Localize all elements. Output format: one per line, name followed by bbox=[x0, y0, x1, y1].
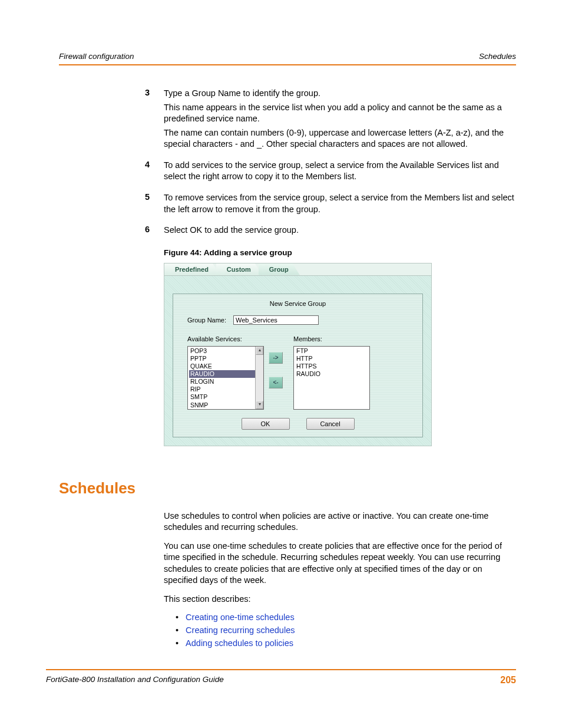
header-right: Schedules bbox=[479, 52, 516, 61]
figure-caption: Figure 44: Adding a service group bbox=[164, 248, 516, 257]
step-text: This name appears in the service list wh… bbox=[164, 102, 516, 125]
paragraph: This section describes: bbox=[164, 594, 516, 605]
list-item[interactable]: RAUDIO bbox=[295, 370, 368, 378]
step: 5 To remove services from the service gr… bbox=[141, 192, 516, 218]
scrollbar[interactable]: ▴ ▾ bbox=[255, 347, 263, 409]
group-name-input[interactable] bbox=[233, 315, 319, 325]
list-item[interactable]: FTP bbox=[295, 347, 368, 355]
list-item[interactable]: RAUDIO bbox=[189, 370, 262, 378]
list-item[interactable]: POP3 bbox=[189, 347, 262, 355]
link-creating-one-time[interactable]: Creating one-time schedules bbox=[186, 612, 295, 622]
panel-title: New Service Group bbox=[181, 300, 414, 307]
tab-bar: Predefined Custom Group bbox=[164, 263, 431, 276]
list-item[interactable]: QUAKE bbox=[189, 363, 262, 370]
group-name-row: Group Name: bbox=[187, 315, 414, 325]
list-item[interactable]: HTTP bbox=[295, 355, 368, 363]
step: 3 Type a Group Name to identify the grou… bbox=[141, 88, 516, 153]
step: 4 To add services to the service group, … bbox=[141, 160, 516, 185]
step-body: Type a Group Name to identify the group.… bbox=[164, 88, 516, 153]
link-adding-schedules[interactable]: Adding schedules to policies bbox=[186, 638, 293, 648]
paragraph: Use schedules to control when policies a… bbox=[164, 510, 516, 533]
available-listbox[interactable]: POP3 PPTP QUAKE RAUDIO RLOGIN RIP SMTP S… bbox=[187, 346, 264, 410]
footer-title: FortiGate-800 Installation and Configura… bbox=[46, 675, 224, 686]
scroll-up-icon[interactable]: ▴ bbox=[256, 347, 263, 355]
list-item[interactable]: HTTPS bbox=[295, 363, 368, 370]
group-name-label: Group Name: bbox=[187, 317, 226, 324]
figure-service-group: Predefined Custom Group New Service Grou… bbox=[164, 263, 432, 446]
tab-predefined[interactable]: Predefined bbox=[164, 263, 220, 275]
running-header: Firewall configuration Schedules bbox=[59, 52, 516, 65]
running-footer: FortiGate-800 Installation and Configura… bbox=[46, 669, 516, 686]
step-text: To remove services from the service grou… bbox=[164, 192, 516, 215]
link-list: Creating one-time schedules Creating rec… bbox=[176, 612, 516, 648]
step-body: Select OK to add the service group. bbox=[164, 225, 516, 239]
remove-arrow-button[interactable]: <- bbox=[269, 377, 283, 388]
list-item: Creating recurring schedules bbox=[176, 625, 516, 635]
step-number: 4 bbox=[141, 160, 150, 185]
list-item[interactable]: SMTP bbox=[189, 393, 262, 401]
step-number: 6 bbox=[141, 225, 150, 239]
arrow-column: -> <- bbox=[269, 352, 283, 388]
tab-custom[interactable]: Custom bbox=[216, 263, 262, 275]
list-item[interactable]: PPTP bbox=[189, 355, 262, 363]
step-text: To add services to the service group, se… bbox=[164, 160, 516, 183]
members-listbox[interactable]: FTP HTTP HTTPS RAUDIO bbox=[293, 346, 370, 410]
available-column: Available Services: POP3 PPTP QUAKE RAUD… bbox=[187, 335, 264, 410]
list-item: Creating one-time schedules bbox=[176, 612, 516, 622]
list-item: Adding schedules to policies bbox=[176, 638, 516, 648]
section-body: Use schedules to control when policies a… bbox=[164, 510, 516, 605]
page-number: 205 bbox=[500, 675, 516, 686]
tab-group[interactable]: Group bbox=[259, 263, 300, 275]
dialog-buttons: OK Cancel bbox=[181, 418, 414, 430]
section-heading-schedules: Schedules bbox=[59, 479, 516, 498]
members-label: Members: bbox=[293, 335, 370, 342]
step-number: 3 bbox=[141, 88, 150, 153]
step-text: Select OK to add the service group. bbox=[164, 225, 516, 236]
add-arrow-button[interactable]: -> bbox=[269, 352, 283, 364]
available-label: Available Services: bbox=[187, 335, 264, 342]
scroll-down-icon[interactable]: ▾ bbox=[256, 401, 263, 409]
paragraph: You can use one-time schedules to create… bbox=[164, 541, 516, 587]
list-item[interactable]: RIP bbox=[189, 386, 262, 393]
step-text: Type a Group Name to identify the group. bbox=[164, 88, 516, 100]
steps-list: 3 Type a Group Name to identify the grou… bbox=[141, 88, 516, 239]
step-text: The name can contain numbers (0-9), uppe… bbox=[164, 127, 516, 150]
dialog-panel: New Service Group Group Name: Available … bbox=[173, 294, 423, 437]
list-item[interactable]: SNMP bbox=[189, 401, 262, 409]
cancel-button[interactable]: Cancel bbox=[306, 418, 355, 430]
step-body: To add services to the service group, se… bbox=[164, 160, 516, 185]
members-column: Members: FTP HTTP HTTPS RAUDIO bbox=[293, 335, 370, 410]
step: 6 Select OK to add the service group. bbox=[141, 225, 516, 239]
step-number: 5 bbox=[141, 192, 150, 218]
scroll-thumb[interactable] bbox=[256, 355, 263, 401]
link-creating-recurring[interactable]: Creating recurring schedules bbox=[186, 625, 295, 635]
step-body: To remove services from the service grou… bbox=[164, 192, 516, 218]
lists-row: Available Services: POP3 PPTP QUAKE RAUD… bbox=[187, 335, 408, 410]
header-left: Firewall configuration bbox=[59, 52, 134, 61]
ok-button[interactable]: OK bbox=[242, 418, 290, 430]
list-item[interactable]: RLOGIN bbox=[189, 378, 262, 386]
